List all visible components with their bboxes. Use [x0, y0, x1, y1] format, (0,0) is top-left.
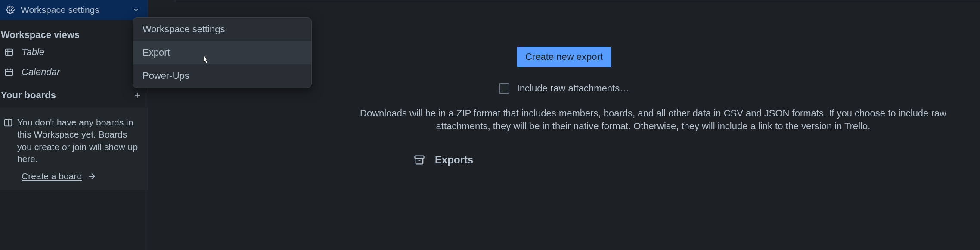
archive-icon	[413, 154, 425, 166]
plus-icon[interactable]	[133, 91, 142, 100]
dropdown-item-power-ups[interactable]: Power-Ups	[133, 64, 311, 88]
workspace-settings-label: Workspace settings	[21, 5, 99, 15]
gear-icon	[6, 6, 15, 14]
sidebar: Workspace settings Workspace views Table	[0, 0, 148, 250]
your-boards-header: Your boards	[0, 82, 148, 103]
board-icon	[3, 118, 13, 128]
exports-heading: Exports	[435, 154, 473, 166]
workspace-settings-header[interactable]: Workspace settings	[0, 0, 148, 20]
dropdown-item-label: Workspace settings	[143, 24, 225, 34]
table-icon	[4, 47, 14, 57]
arrow-right-icon	[87, 172, 96, 181]
dropdown-item-workspace-settings[interactable]: Workspace settings	[133, 18, 311, 41]
dropdown-item-export[interactable]: Export	[133, 41, 311, 64]
chevron-down-icon	[132, 6, 140, 14]
workspace-settings-dropdown: Workspace settings Export Power-Ups	[133, 17, 312, 88]
create-board-link[interactable]: Create a board	[5, 171, 142, 181]
sidebar-item-label: Table	[22, 47, 44, 58]
exports-heading-row: Exports	[413, 154, 473, 166]
export-description: Downloads will be in a ZIP format that i…	[148, 107, 980, 132]
svg-rect-1	[6, 49, 13, 56]
svg-rect-4	[6, 69, 13, 76]
sidebar-item-label: Calendar	[22, 66, 60, 78]
svg-rect-14	[416, 159, 423, 164]
create-new-export-button[interactable]: Create new export	[517, 47, 611, 67]
include-attachments-label: Include raw attachments…	[517, 83, 629, 94]
include-attachments-checkbox[interactable]	[499, 83, 509, 94]
calendar-icon	[4, 67, 14, 77]
workspace-views-heading: Workspace views	[0, 20, 148, 42]
empty-boards-text: You don't have any boards in this Worksp…	[5, 116, 142, 165]
empty-boards-panel: You don't have any boards in this Worksp…	[0, 108, 148, 190]
your-boards-heading: Your boards	[1, 90, 56, 101]
create-board-label: Create a board	[22, 171, 82, 181]
dropdown-item-label: Export	[143, 47, 170, 58]
divider	[174, 1, 980, 1]
sidebar-item-calendar[interactable]: Calendar	[0, 62, 148, 82]
dropdown-item-label: Power-Ups	[143, 70, 189, 81]
sidebar-item-table[interactable]: Table	[0, 42, 148, 62]
svg-point-0	[9, 9, 12, 11]
